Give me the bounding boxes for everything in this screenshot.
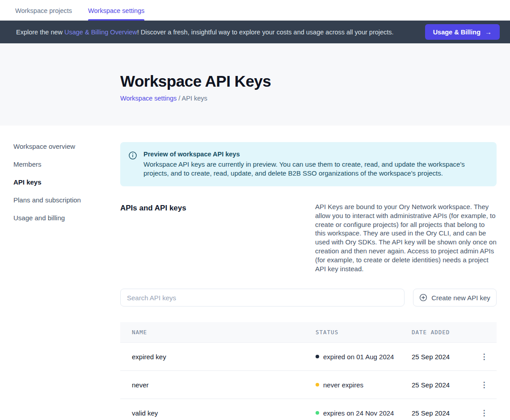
api-key-date-added: 25 Sep 2024 [412,381,472,389]
announcement-banner: Explore the new Usage & Billing Overview… [0,21,510,43]
usage-billing-button-label: Usage & Billing [433,29,480,36]
search-input[interactable] [120,289,405,307]
row-actions-button[interactable]: ⋮ [477,350,492,363]
page-title: Workspace API Keys [120,72,497,90]
info-icon [129,151,137,178]
table-row: expired key expired on 01 Aug 2024 25 Se… [120,343,497,371]
sidebar-item-api-keys[interactable]: API keys [13,178,120,186]
api-key-date-added: 25 Sep 2024 [412,409,472,417]
table-row: valid key expires on 24 Nov 2024 25 Sep … [120,399,497,420]
banner-text: Explore the new Usage & Billing Overview… [16,29,425,36]
kebab-menu-icon: ⋮ [480,381,488,389]
create-api-key-button-label: Create new API key [431,294,490,302]
apis-section: APIs and API keys API Keys are bound to … [120,202,497,273]
settings-sidebar: Workspace overviewMembersAPI keysPlans a… [0,126,120,420]
breadcrumb-current: API keys [182,95,207,102]
breadcrumb-workspace-settings-link[interactable]: Workspace settings [120,95,177,102]
api-key-status: never expires [316,381,412,389]
table-header-row: NAME STATUS DATE ADDED [120,322,497,343]
tab-workspace-settings[interactable]: Workspace settings [88,0,144,21]
banner-usage-billing-link[interactable]: Usage & Billing Overview [64,29,137,36]
api-key-status: expires on 24 Nov 2024 [316,409,412,417]
sidebar-item-workspace-overview[interactable]: Workspace overview [13,142,120,151]
api-key-date-added: 25 Sep 2024 [412,353,472,361]
section-description: API Keys are bound to your Ory Network w… [315,202,497,273]
breadcrumb-separator: / [177,95,181,102]
row-actions-button[interactable]: ⋮ [477,378,492,391]
sidebar-item-members[interactable]: Members [13,160,120,168]
main-panel: Preview of workspace API keys Workspace … [120,126,497,420]
top-nav-tabs: Workspace projectsWorkspace settings [0,0,510,21]
api-key-status: expired on 01 Aug 2024 [316,353,412,361]
usage-billing-button[interactable]: Usage & Billing → [425,24,500,40]
info-box-body: Workspace API keys are currently in prev… [143,160,486,178]
api-key-name: expired key [120,353,316,361]
create-api-key-button[interactable]: Create new API key [413,289,497,307]
table-row: never never expires 25 Sep 2024 ⋮ [120,371,497,399]
table-controls: Create new API key [120,289,497,307]
sidebar-item-plans-and-subscription[interactable]: Plans and subscription [13,196,120,204]
api-key-name: never [120,381,316,389]
column-header-date-added: DATE ADDED [412,329,472,336]
tab-workspace-projects[interactable]: Workspace projects [15,0,72,21]
sidebar-item-usage-and-billing[interactable]: Usage and billing [13,214,120,222]
column-header-status: STATUS [316,329,412,336]
info-box-title: Preview of workspace API keys [143,151,486,158]
kebab-menu-icon: ⋮ [480,353,488,361]
status-dot-icon [316,383,319,386]
api-keys-table: NAME STATUS DATE ADDED expired key expir… [120,322,497,420]
status-dot-icon [316,411,319,415]
kebab-menu-icon: ⋮ [480,409,488,417]
table-body: expired key expired on 01 Aug 2024 25 Se… [120,343,497,420]
arrow-right-icon: → [485,28,492,36]
banner-text-after: ! Discover a fresh, insightful way to ex… [137,29,394,36]
section-heading: APIs and API keys [120,202,186,273]
preview-info-box: Preview of workspace API keys Workspace … [120,142,497,186]
column-header-name: NAME [120,329,316,336]
row-actions-button[interactable]: ⋮ [477,407,492,420]
breadcrumb: Workspace settings / API keys [120,95,497,102]
page-header: Workspace API Keys Workspace settings / … [0,43,510,126]
api-key-name: valid key [120,409,316,417]
plus-circle-icon [419,294,427,302]
status-dot-icon [316,355,319,358]
banner-text-before: Explore the new [16,29,64,36]
